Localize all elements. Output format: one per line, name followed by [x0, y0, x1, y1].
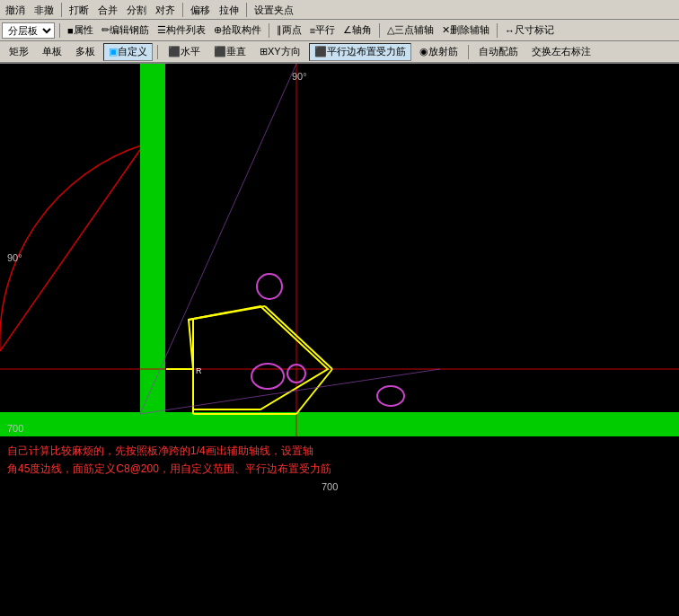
del-axis-btn[interactable]: ✕ 删除辅轴 [439, 22, 492, 40]
vertical-btn[interactable]: ⬛ 垂直 [208, 43, 251, 61]
three-pt-axis-btn[interactable]: △ 三点辅轴 [384, 22, 436, 40]
rect-btn[interactable]: 矩形 [4, 43, 34, 61]
sep7 [497, 23, 498, 38]
undo-btn[interactable]: 撤消 [2, 1, 29, 19]
multi-btn[interactable]: 多板 [70, 43, 101, 61]
pick-btn[interactable]: ⊕ 拾取构件 [211, 22, 264, 40]
sep1 [61, 3, 62, 17]
radial-btn[interactable]: ◉ 放射筋 [414, 43, 463, 61]
svg-text:R: R [196, 366, 202, 375]
single-btn[interactable]: 单板 [37, 43, 67, 61]
svg-rect-3 [0, 412, 679, 437]
xy-dir-btn[interactable]: ⊞ XY方向 [254, 43, 306, 61]
sep2 [182, 3, 183, 17]
stretch-btn[interactable]: 拉伸 [216, 1, 242, 19]
merge-btn[interactable]: 合并 [94, 1, 121, 19]
two-point-btn[interactable]: ∥ 两点 [274, 22, 304, 40]
exchange-lr-btn[interactable]: 交换左右标注 [526, 43, 596, 61]
divide-btn[interactable]: 分割 [123, 1, 150, 19]
sep6 [379, 23, 380, 38]
drawing-canvas[interactable]: 90° 90° R 700 700 自己计算比较麻烦的，先按照板 [0, 64, 679, 505]
offset-btn[interactable]: 偏移 [187, 1, 214, 19]
sep4 [59, 23, 60, 38]
toolbar-row-2: 分层板 ■ 属性 ✏ 编辑钢筋 ☰ 构件列表 ⊕ 拾取构件 ∥ 两点 ≡ 平行 … [0, 20, 679, 41]
svg-text:700: 700 [7, 423, 23, 434]
svg-text:700: 700 [322, 481, 338, 492]
parallel-arrange-btn[interactable]: ⬛ 平行边布置受力筋 [309, 43, 411, 61]
component-btn[interactable]: ☰ 构件列表 [154, 22, 208, 40]
toolbar-row-1: 撤消 非撤 打断 合并 分割 对齐 偏移 拉伸 设置夹点 [0, 0, 679, 20]
sep9 [468, 45, 469, 59]
svg-text:90°: 90° [7, 252, 22, 263]
edit-rebar-btn[interactable]: ✏ 编辑钢筋 [99, 22, 152, 40]
setclip-btn[interactable]: 设置夹点 [251, 1, 297, 19]
sep8 [157, 45, 158, 59]
sep3 [246, 3, 247, 17]
main-drawing: 90° 90° R 700 700 自己计算比较麻烦的，先按照板 [0, 64, 679, 505]
svg-text:角45度边线，面筋定义C8@200，用自定义范围、平行边布置: 角45度边线，面筋定义C8@200，用自定义范围、平行边布置受力筋 [7, 462, 331, 475]
svg-text:90°: 90° [292, 71, 307, 82]
auto-rebar-btn[interactable]: 自动配筋 [473, 43, 524, 61]
axis-angle-btn[interactable]: ∠ 轴角 [340, 22, 375, 40]
svg-text:自己计算比较麻烦的，先按照板净跨的1/4画出辅助轴线，设置轴: 自己计算比较麻烦的，先按照板净跨的1/4画出辅助轴线，设置轴 [7, 444, 313, 457]
break-btn[interactable]: 打断 [66, 1, 93, 19]
layer-select[interactable]: 分层板 [2, 22, 55, 39]
toolbar-row-3: 矩形 单板 多板 ▣ 自定义 ⬛ 水平 ⬛ 垂直 ⊞ XY方向 ⬛ 平行边布置受… [0, 41, 679, 63]
prop-btn[interactable]: ■ 属性 [65, 22, 96, 40]
ruler-btn[interactable]: ↔ 尺寸标记 [502, 22, 557, 40]
parallel-btn[interactable]: ≡ 平行 [307, 22, 338, 40]
custom-btn[interactable]: ▣ 自定义 [103, 43, 153, 61]
sep5 [269, 23, 269, 38]
align-btn[interactable]: 对齐 [152, 1, 179, 19]
horizontal-btn[interactable]: ⬛ 水平 [163, 43, 206, 61]
redo-btn[interactable]: 非撤 [31, 1, 57, 19]
